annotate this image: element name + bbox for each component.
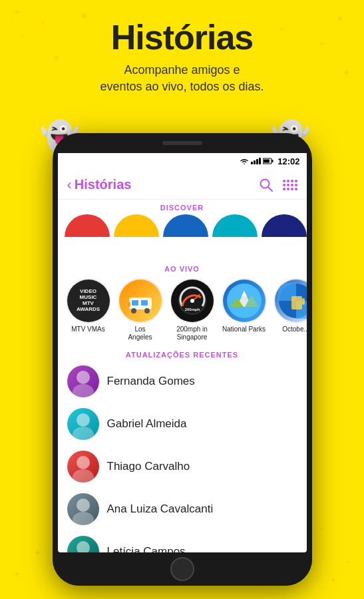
friend-avatar-5	[67, 536, 99, 552]
mountains-icon	[226, 283, 262, 319]
svg-rect-22	[302, 298, 305, 305]
live-circle-oct	[273, 278, 307, 323]
svg-point-31	[77, 541, 90, 552]
friend-avatar-1	[67, 365, 99, 397]
status-bar: 12:02	[58, 152, 307, 170]
live-circle-speed: 200mph	[170, 278, 215, 323]
friend-item-2[interactable]: Gabriel Almeida	[58, 403, 307, 445]
back-chevron-icon: ‹	[67, 176, 72, 194]
friend-name-5: Letícia Campos	[107, 545, 186, 552]
live-item-mtv[interactable]: VIDEOMUSICMTVAWARDS MTV VMAs	[65, 278, 112, 341]
svg-point-24	[73, 384, 94, 397]
nav-action-icons	[259, 178, 297, 192]
discover-item-4[interactable]	[212, 214, 258, 260]
phone-device: 12:02 ‹ Histórias	[53, 133, 312, 586]
la-icon	[124, 284, 157, 317]
discover-label: DISCOVER	[58, 200, 307, 214]
live-label: AO VIVO	[58, 261, 307, 276]
friend-item-3[interactable]: Thiago Carvalho	[58, 445, 307, 488]
live-circle-mtv: VIDEOMUSICMTVAWARDS	[66, 278, 111, 323]
status-icons: 12:02	[240, 156, 299, 166]
svg-line-4	[268, 187, 272, 191]
svg-rect-6	[132, 300, 138, 305]
svg-point-26	[73, 427, 94, 440]
svg-rect-2	[264, 160, 270, 163]
recent-updates-section: ATUALIZAÇÕES RECENTES Fernanda Gomes Gab…	[58, 345, 307, 552]
friend-name-3: Thiago Carvalho	[107, 460, 190, 473]
live-row: VIDEOMUSICMTVAWARDS MTV VMAs	[58, 276, 307, 344]
page-subtitle: Acompanhe amigos e eventos ao vivo, todo…	[0, 62, 364, 95]
live-label-mtv: MTV VMAs	[71, 325, 105, 333]
phone-screen: 12:02 ‹ Histórias	[58, 152, 307, 552]
speedometer-icon: 200mph	[174, 283, 210, 319]
live-circle-parks	[222, 278, 267, 323]
updates-label: ATUALIZAÇÕES RECENTES	[58, 348, 307, 360]
svg-rect-21	[291, 296, 302, 309]
discover-section: DISCOVER	[58, 200, 307, 260]
svg-rect-1	[272, 160, 273, 162]
live-circle-la	[118, 278, 163, 323]
friend-name-4: Ana Luiza Cavalcanti	[107, 502, 214, 516]
avatar-img-5	[67, 536, 99, 552]
discover-item-1[interactable]	[65, 214, 110, 260]
avatar-img-4	[67, 493, 99, 525]
october-icon	[278, 283, 307, 319]
discover-item-5[interactable]	[262, 214, 307, 260]
friend-avatar-3	[67, 451, 99, 483]
friend-item-1[interactable]: Fernanda Gomes	[58, 360, 307, 403]
live-label-parks: National Parks	[222, 325, 266, 333]
live-item-oct[interactable]: Octobe...	[272, 278, 307, 341]
grid-icon[interactable]	[283, 180, 297, 190]
friend-avatar-2	[67, 408, 99, 440]
svg-text:200mph: 200mph	[184, 307, 200, 311]
phone-top-bar	[53, 133, 312, 153]
svg-rect-7	[141, 300, 148, 305]
live-label-la: LosAngeles	[128, 325, 152, 341]
svg-point-9	[144, 308, 150, 313]
discover-item-2[interactable]	[114, 214, 159, 260]
phone-speaker	[162, 141, 202, 145]
battery-icon	[263, 158, 273, 164]
svg-point-23	[77, 371, 90, 384]
avatar-img-1	[67, 365, 99, 397]
live-item-parks[interactable]: National Parks	[220, 278, 268, 341]
live-label-speed: 200mph in Singapore	[168, 325, 216, 341]
page-title: Histórias	[0, 19, 364, 57]
live-label-oct: Octobe...	[282, 325, 306, 333]
live-section: AO VIVO VIDEOMUSICMTVAWARDS MTV VMAs	[58, 260, 307, 345]
back-button[interactable]: ‹	[67, 176, 72, 194]
svg-point-29	[77, 499, 90, 512]
time-display: 12:02	[277, 156, 299, 166]
svg-point-28	[73, 469, 94, 483]
live-item-speed[interactable]: 200mph 200mph in Singapore	[168, 278, 216, 341]
header-section: Histórias Acompanhe amigos e eventos ao …	[0, 0, 364, 96]
signal-icon	[251, 158, 261, 164]
phone-bottom-bar	[53, 552, 312, 586]
svg-point-8	[131, 308, 136, 313]
app-nav-bar: ‹ Histórias	[58, 170, 307, 200]
friend-name-2: Gabriel Almeida	[107, 417, 187, 431]
wifi-icon	[240, 158, 249, 164]
friend-item-4[interactable]: Ana Luiza Cavalcanti	[58, 488, 307, 530]
svg-point-25	[77, 413, 90, 427]
avatar-img-3	[67, 451, 99, 483]
svg-point-13	[190, 299, 194, 303]
friend-item-5[interactable]: Letícia Campos	[58, 530, 307, 552]
phone-home-button[interactable]	[170, 557, 194, 581]
svg-rect-10	[128, 301, 130, 307]
avatar-img-2	[67, 408, 99, 440]
friend-avatar-4	[67, 493, 99, 525]
live-item-la[interactable]: LosAngeles	[116, 278, 164, 341]
svg-point-30	[73, 512, 94, 525]
svg-point-27	[77, 456, 90, 469]
discover-item-3[interactable]	[163, 214, 208, 260]
discover-row	[58, 214, 307, 260]
friend-name-1: Fernanda Gomes	[107, 375, 195, 388]
nav-title: Histórias	[75, 177, 259, 192]
mtv-label: VIDEOMUSICMTVAWARDS	[77, 289, 100, 312]
search-icon[interactable]	[259, 178, 273, 192]
